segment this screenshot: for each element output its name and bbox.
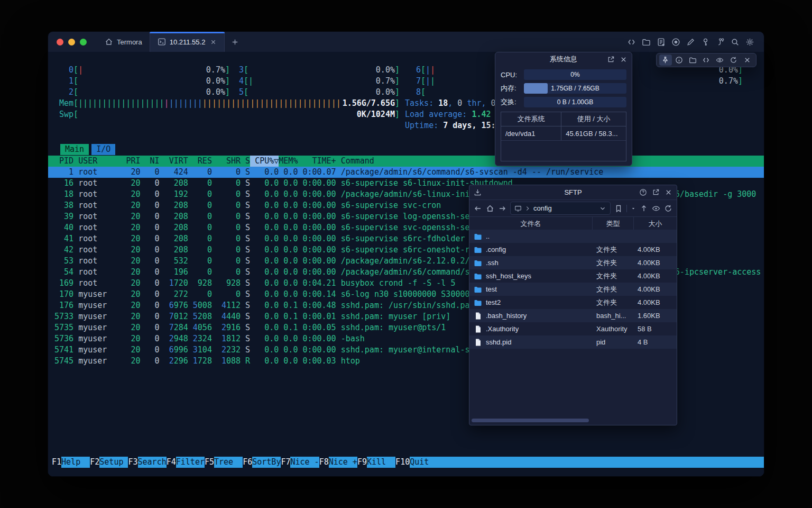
fkey-label-search[interactable]: Search [138, 457, 167, 468]
keychain-icon[interactable] [716, 38, 725, 47]
file-row[interactable]: sshd.pidpid4 B [469, 335, 677, 349]
up-directory-icon[interactable] [640, 204, 648, 213]
search-icon[interactable] [731, 38, 740, 47]
column-header[interactable]: RES [188, 156, 212, 167]
fkey-f7[interactable]: F7 [281, 457, 290, 468]
back-icon[interactable] [474, 204, 482, 213]
file-row[interactable]: .config文件夹4.00KB [469, 243, 677, 256]
edit-icon[interactable] [686, 38, 695, 47]
log-icon[interactable] [657, 38, 666, 47]
tick-group: ||||||| [169, 98, 202, 108]
bracket: ] [225, 76, 230, 87]
show-hidden-icon[interactable] [652, 204, 660, 213]
folder-icon[interactable] [642, 38, 651, 47]
caret-down-icon[interactable] [631, 204, 636, 213]
file-name-cell: sshd.pid [469, 338, 592, 347]
minimize-window-button[interactable] [68, 39, 75, 46]
htop-tab-main[interactable]: Main [60, 144, 89, 155]
key-icon[interactable] [701, 38, 710, 47]
close-icon[interactable] [620, 56, 628, 64]
fkey-label-nice[interactable]: Nice + [329, 457, 357, 468]
fkey-f6[interactable]: F6 [243, 457, 252, 468]
fkey-label-sortby[interactable]: SortBy [252, 457, 281, 468]
column-header[interactable]: TIME+ [298, 156, 336, 167]
column-header[interactable]: S [241, 156, 250, 167]
fkey-f4[interactable]: F4 [167, 457, 176, 468]
refresh-slot[interactable] [727, 55, 740, 66]
column-header[interactable]: SHR [212, 156, 241, 167]
file-fill-icon [474, 312, 482, 320]
new-tab-button[interactable] [225, 32, 245, 52]
fkey-f5[interactable]: F5 [205, 457, 214, 468]
file-name: .config [486, 246, 506, 253]
fkey-label-quit[interactable]: Quit [410, 457, 764, 468]
file-row[interactable]: ssh_host_keys文件夹4.00KB [469, 269, 677, 283]
tab-ssh-session[interactable]: 10.211.55.2 [150, 32, 225, 52]
forward-icon[interactable] [498, 204, 506, 213]
fkey-label-tree[interactable]: Tree [214, 457, 243, 468]
open-in-window-icon[interactable] [607, 56, 615, 64]
home-icon[interactable] [486, 204, 494, 213]
close-icon[interactable] [665, 188, 672, 196]
record-icon[interactable] [671, 38, 680, 47]
column-header[interactable]: PRI [121, 156, 140, 167]
cell: 0.0 [279, 267, 298, 278]
fkey-f1[interactable]: F1 [52, 457, 61, 468]
file-name-cell: test2 [469, 298, 592, 307]
fkey-label-nice[interactable]: Nice - [290, 457, 319, 468]
info-slot[interactable] [673, 55, 686, 66]
refresh-icon[interactable] [664, 204, 672, 213]
file-column-header[interactable]: 大小 [633, 217, 677, 230]
zoom-window-button[interactable] [80, 39, 87, 46]
fkey-label-help[interactable]: Help [61, 457, 90, 468]
close-slot[interactable] [741, 55, 753, 66]
file-name: test2 [486, 298, 501, 306]
close-window-button[interactable] [57, 39, 63, 46]
column-header[interactable]: NI [141, 156, 160, 167]
file-row[interactable]: .. [469, 230, 677, 243]
fkey-f2[interactable]: F2 [90, 457, 99, 468]
file-column-header[interactable]: 类型 [592, 217, 633, 230]
code-slot[interactable] [700, 55, 713, 66]
file-column-header[interactable]: 文件名 [469, 217, 592, 230]
fkey-f9[interactable]: F9 [357, 457, 367, 468]
download-icon[interactable] [474, 188, 482, 196]
process-table-header[interactable]: PIDUSERPRINIVIRTRESSHRSCPU%▽MEM%TIME+Com… [48, 156, 764, 167]
cell: 16 [54, 178, 73, 189]
column-header[interactable]: USER [78, 156, 121, 167]
close-tab-icon[interactable] [210, 39, 217, 46]
chevron-down-icon[interactable] [599, 205, 606, 212]
fkey-f3[interactable]: F3 [128, 457, 137, 468]
pin-slot[interactable] [659, 55, 672, 66]
settings-icon[interactable] [745, 38, 754, 47]
path-breadcrumb[interactable]: config [510, 202, 611, 215]
file-row[interactable]: test文件夹4.00KB [469, 283, 677, 296]
code-icon[interactable] [627, 38, 636, 47]
process-row[interactable]: 1root20042400S0.00.00:00.07/package/admi… [48, 167, 764, 178]
fkey-f8[interactable]: F8 [319, 457, 329, 468]
file-row[interactable]: .ssh文件夹4.00KB [469, 256, 677, 269]
nvidia-slot[interactable] [714, 55, 726, 66]
file-table-header[interactable]: 文件名类型大小 [469, 217, 677, 231]
horizontal-scrollbar[interactable] [472, 419, 589, 422]
htop-tab-io[interactable]: I/O [91, 144, 115, 155]
fkey-f10[interactable]: F10 [395, 457, 410, 468]
column-header[interactable]: PID [54, 156, 73, 167]
column-header[interactable]: VIRT [160, 156, 188, 167]
help-icon[interactable] [639, 188, 647, 196]
folder-slot[interactable] [686, 55, 699, 66]
fkey-label-kill[interactable]: Kill [367, 457, 395, 468]
file-row[interactable]: test2文件夹4.00KB [469, 296, 677, 309]
meter-ticks: ||||||||||||||||||||||||||||||||||||||||… [78, 98, 343, 109]
tab-termora[interactable]: Termora [97, 32, 150, 52]
cell: 0 [188, 244, 212, 256]
bookmark-icon[interactable] [614, 204, 623, 213]
fkey-label-filter[interactable]: Filter [176, 457, 205, 468]
column-header[interactable]: MEM% [279, 156, 298, 167]
file-row[interactable]: .bash_historybash_hi...1.60KB [469, 309, 677, 322]
file-row[interactable]: .XauthorityXauthority58 B [469, 322, 677, 335]
system-info-panel: 系统信息 CPU:0%内存:1.75GB / 7.65GB交换:0 B / 1.… [495, 52, 632, 166]
open-in-window-icon[interactable] [652, 188, 660, 196]
fkey-label-setup[interactable]: Setup [99, 457, 128, 468]
column-header[interactable]: CPU%▽ [250, 156, 279, 167]
